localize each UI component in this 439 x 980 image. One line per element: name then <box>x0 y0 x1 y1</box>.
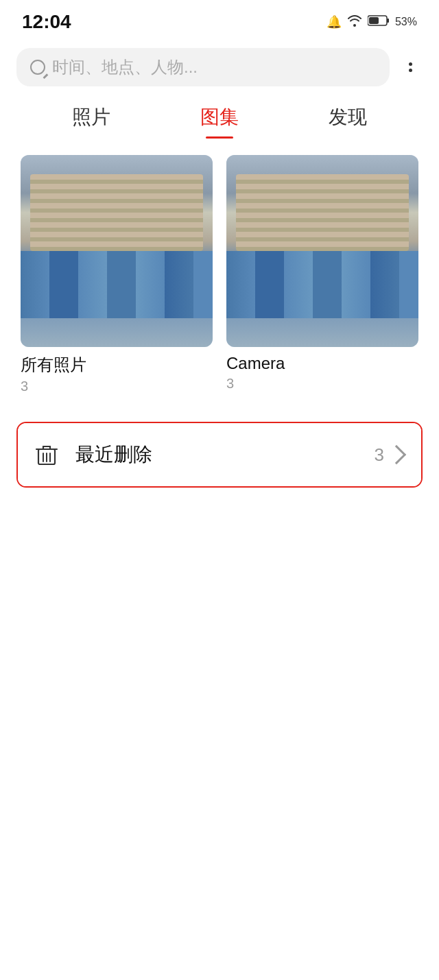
battery-icon <box>368 14 390 30</box>
bottom-space <box>0 488 439 968</box>
album-all-photos[interactable]: 所有照片 3 <box>21 155 213 394</box>
album-image-camera <box>226 155 418 347</box>
svg-rect-1 <box>387 19 389 23</box>
albums-grid: 所有照片 3 Camera 3 <box>0 139 439 401</box>
search-bar[interactable]: 时间、地点、人物... <box>16 48 390 86</box>
status-icons: 🔔 53% <box>327 14 417 30</box>
recently-deleted-count: 3 <box>375 444 384 466</box>
recently-deleted-item[interactable]: 最近删除 3 <box>18 423 421 486</box>
recently-deleted-section: 最近删除 3 <box>16 422 423 488</box>
tab-discover[interactable]: 发现 <box>329 104 367 139</box>
album-image-all-photos <box>21 155 213 347</box>
wifi-icon <box>347 14 362 30</box>
battery-percent: 53% <box>395 16 417 28</box>
tab-albums[interactable]: 图集 <box>200 104 239 139</box>
album-title-camera: Camera <box>226 354 418 373</box>
bell-icon: 🔔 <box>327 14 342 29</box>
status-time: 12:04 <box>22 11 71 33</box>
album-count-camera: 3 <box>226 376 418 392</box>
chevron-right-icon <box>387 445 406 464</box>
tab-bar: 照片 图集 发现 <box>0 93 439 139</box>
recently-deleted-label: 最近删除 <box>75 442 375 468</box>
svg-rect-2 <box>369 17 379 24</box>
search-container: 时间、地点、人物... <box>0 38 439 93</box>
album-thumbnail-camera <box>226 155 418 347</box>
trash-icon <box>32 440 62 470</box>
album-thumbnail-all-photos <box>21 155 213 347</box>
more-options-button[interactable] <box>398 55 423 80</box>
tab-photos[interactable]: 照片 <box>72 104 110 139</box>
album-count-all-photos: 3 <box>21 379 213 394</box>
album-camera[interactable]: Camera 3 <box>226 155 418 394</box>
more-dots-icon <box>409 62 412 72</box>
search-placeholder-text: 时间、地点、人物... <box>52 56 198 78</box>
album-title-all-photos: 所有照片 <box>21 354 213 376</box>
search-icon <box>30 60 45 75</box>
status-bar: 12:04 🔔 53% <box>0 0 439 38</box>
